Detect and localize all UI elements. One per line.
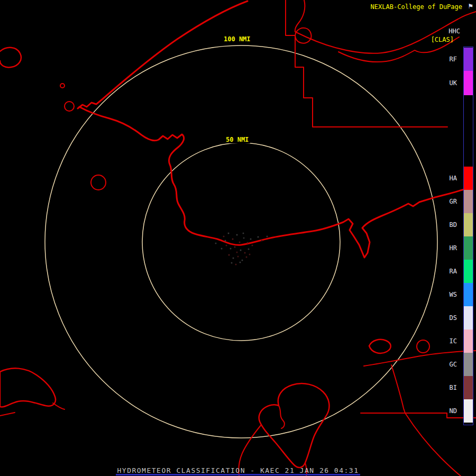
river-top-right-2 (295, 0, 305, 32)
range-ring-100nmi (45, 45, 437, 438)
radar-display: 100 NMI 50 NMI NEXLAB-College of DuPage … (0, 0, 476, 476)
legend-color-bi (464, 376, 473, 399)
island-bottom-left (0, 368, 56, 407)
bottom-divider-line (116, 474, 360, 475)
classification-mode-label: [CLAS] (431, 36, 454, 43)
legend-color-gr (464, 190, 473, 213)
state-boundary-steps (286, 0, 447, 127)
coastline-top-arc (78, 1, 248, 108)
island-bottom-center (259, 383, 329, 468)
legend-color-rf (464, 48, 473, 71)
legend-label-gr: GR (450, 198, 457, 205)
line-bottom-left-1 (53, 403, 65, 409)
boundary-bottom-right-vertical (391, 365, 405, 413)
island-inner-detail (279, 406, 285, 428)
legend-color-bd (464, 213, 473, 236)
legend-color-bar (463, 47, 473, 425)
product-code-label: HHC (448, 28, 460, 35)
circle-feature-mid-left (91, 175, 106, 190)
small-feature-top-left (60, 84, 65, 88)
legend-color-ic (464, 329, 473, 353)
legend-label-hr: HR (450, 244, 457, 252)
legend-color-gc (464, 353, 473, 376)
legend-label-ic: IC (450, 337, 457, 345)
legend-label-ds: DS (450, 314, 457, 322)
coastline-main (79, 107, 466, 258)
legend-label-bd: BD (450, 221, 457, 228)
circle-feature-right (417, 340, 429, 353)
legend-color-nd (464, 399, 473, 423)
range-rings (45, 45, 437, 438)
legend-label-rf: RF (450, 56, 457, 63)
legend-label-nd: ND (450, 407, 457, 415)
legend-color-uk (464, 71, 473, 95)
legend-color-ha (464, 167, 473, 190)
legend-color-ra (464, 260, 473, 283)
radar-map (0, 0, 476, 476)
lake-bottom-right (369, 340, 391, 353)
legend-label-ws: WS (450, 291, 457, 298)
map-boundaries (0, 0, 476, 476)
legend-color-ds (464, 306, 473, 329)
line-bottom-left-2 (0, 413, 15, 416)
range-ring-label-50: 50 NMI (224, 136, 250, 143)
legend-color-hr (464, 236, 473, 260)
boundary-bottom-right-step (361, 413, 476, 418)
legend-label-bi: BI (450, 384, 457, 391)
legend-label-uk: UK (450, 79, 457, 87)
legend-color-ws (464, 283, 473, 306)
legend-label-gc: GC (450, 361, 457, 368)
product-status-text: HYDROMETEOR CLASSIFICATION - KAEC 21 JAN… (0, 466, 476, 474)
nexlab-logo-icon: ⚑ (469, 2, 473, 10)
circle-feature-top-left (65, 102, 74, 111)
brand-text: NEXLAB-College of DuPage (371, 3, 462, 11)
legend-label-ha: HA (450, 175, 457, 182)
radar-echoes (215, 233, 268, 266)
legend-label-ra: RA (450, 268, 457, 275)
island-top-left (0, 48, 21, 68)
range-ring-label-100: 100 NMI (222, 35, 252, 43)
